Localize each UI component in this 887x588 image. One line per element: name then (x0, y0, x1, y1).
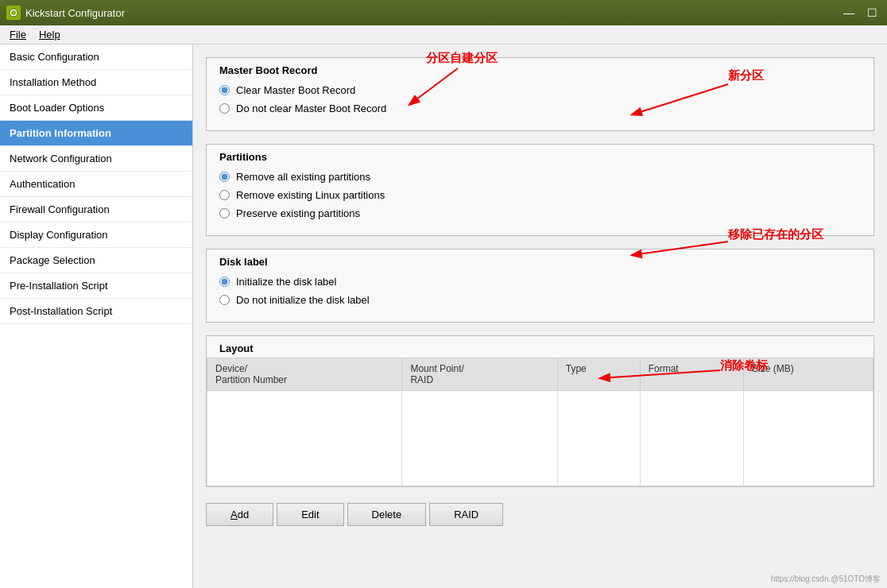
sidebar-item-package-selection[interactable]: Package Selection (0, 248, 192, 273)
layout-table: Device/Partition Number Mount Point/RAID… (207, 358, 873, 486)
add-button[interactable]: Add (206, 503, 273, 526)
radio-no-clear-mbr-label: Do not clear Master Boot Record (236, 103, 386, 114)
cell-format (640, 391, 743, 486)
menubar: File Help (0, 25, 887, 44)
partitions-section-label: Partitions (219, 151, 861, 163)
cell-device (207, 391, 402, 486)
radio-remove-linux-input[interactable] (219, 190, 230, 200)
sidebar-item-post-installation-script[interactable]: Post-Installation Script (0, 299, 192, 324)
bottom-buttons: Add Edit Delete RAID (206, 497, 874, 532)
main-container: Basic Configuration Installation Method … (0, 44, 887, 588)
radio-init-disk-label-input[interactable] (219, 277, 230, 287)
radio-preserve-label: Preserve existing partitions (236, 207, 360, 219)
radio-preserve[interactable]: Preserve existing partitions (219, 207, 861, 219)
cell-type (557, 391, 640, 486)
menu-help[interactable]: Help (33, 27, 67, 42)
delete-button[interactable]: Delete (347, 503, 427, 526)
radio-no-clear-mbr[interactable]: Do not clear Master Boot Record (219, 103, 861, 114)
radio-clear-mbr[interactable]: Clear Master Boot Record (219, 84, 861, 96)
disk-label-section-label: Disk label (219, 256, 861, 268)
sidebar-item-basic-configuration[interactable]: Basic Configuration (0, 44, 192, 70)
radio-remove-linux-label: Remove existing Linux partitions (236, 189, 385, 201)
sidebar-item-display-configuration[interactable]: Display Configuration (0, 222, 192, 248)
radio-remove-all[interactable]: Remove all existing partitions (219, 171, 861, 183)
layout-section-label: Layout (207, 336, 873, 358)
radio-init-disk-label[interactable]: Initialize the disk label (219, 276, 861, 288)
table-row (207, 391, 873, 486)
watermark: https://blog.csdn.@51OTO博客 (771, 574, 881, 585)
radio-no-init-disk-label-input[interactable] (219, 295, 230, 305)
sidebar-item-firewall-configuration[interactable]: Firewall Configuration (0, 197, 192, 222)
sidebar-item-pre-installation-script[interactable]: Pre-Installation Script (0, 273, 192, 299)
col-type: Type (557, 358, 640, 391)
maximize-button[interactable]: ☐ (864, 6, 881, 19)
radio-remove-all-label: Remove all existing partitions (236, 171, 370, 183)
titlebar-left: Kickstart Configurator (6, 6, 125, 20)
col-size: Size (MB) (744, 358, 873, 391)
radio-remove-linux[interactable]: Remove existing Linux partitions (219, 189, 861, 201)
sidebar: Basic Configuration Installation Method … (0, 44, 193, 588)
disk-label-section: Disk label Initialize the disk label Do … (206, 249, 874, 323)
app-title: Kickstart Configurator (25, 7, 125, 19)
sidebar-item-boot-loader-options[interactable]: Boot Loader Options (0, 95, 192, 121)
radio-preserve-input[interactable] (219, 208, 230, 219)
radio-no-init-disk-label-label: Do not initialize the disk label (236, 294, 370, 306)
edit-button[interactable]: Edit (277, 503, 343, 526)
svg-point-1 (11, 10, 16, 15)
cell-size (744, 391, 873, 486)
titlebar: Kickstart Configurator — ☐ (0, 0, 887, 25)
sidebar-item-installation-method[interactable]: Installation Method (0, 70, 192, 95)
col-device: Device/Partition Number (207, 358, 402, 391)
raid-button[interactable]: RAID (429, 503, 503, 526)
cell-mount (402, 391, 557, 486)
radio-no-clear-mbr-input[interactable] (219, 103, 230, 114)
radio-clear-mbr-input[interactable] (219, 85, 230, 95)
content-area: 分区自建分区 新分区 移除已存在的分区 消除卷标 (193, 44, 887, 588)
col-format: Format (640, 358, 743, 391)
mbr-section: Master Boot Record Clear Master Boot Rec… (206, 57, 874, 131)
radio-no-init-disk-label[interactable]: Do not initialize the disk label (219, 294, 861, 306)
sidebar-item-network-configuration[interactable]: Network Configuration (0, 146, 192, 172)
radio-remove-all-input[interactable] (219, 172, 230, 182)
menu-file[interactable]: File (3, 27, 33, 42)
minimize-button[interactable]: — (840, 6, 858, 19)
sidebar-item-authentication[interactable]: Authentication (0, 172, 192, 197)
col-mount: Mount Point/RAID (402, 358, 557, 391)
sidebar-item-partition-information[interactable]: Partition Information (0, 121, 192, 146)
mbr-section-label: Master Boot Record (219, 64, 861, 76)
window-controls[interactable]: — ☐ (840, 6, 881, 19)
layout-section: Layout Device/Partition Number Mount Poi… (206, 335, 874, 487)
app-icon (6, 6, 21, 20)
partitions-section: Partitions Remove all existing partition… (206, 144, 874, 236)
radio-clear-mbr-label: Clear Master Boot Record (236, 84, 355, 96)
radio-init-disk-label-label: Initialize the disk label (236, 276, 336, 288)
